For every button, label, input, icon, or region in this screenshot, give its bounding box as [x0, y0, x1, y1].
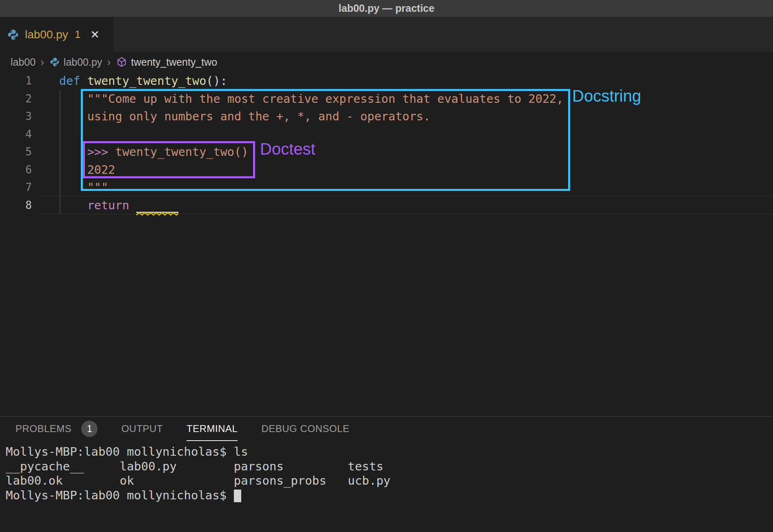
bottom-panel: PROBLEMS1OUTPUTTERMINALDEBUG CONSOLE Mol… — [0, 417, 773, 532]
vscode-window: lab00.py — practice lab00.py 1 ✕ lab00 › — [0, 0, 773, 532]
terminal-cursor — [234, 490, 241, 502]
docstring-annotation-label: Docstring — [572, 87, 641, 105]
problems-count-badge: 1 — [81, 421, 98, 437]
panel-tab-label: DEBUG CONSOLE — [261, 423, 349, 434]
panel-tab-bar: PROBLEMS1OUTPUTTERMINALDEBUG CONSOLE — [0, 417, 773, 441]
line-number: 1 — [0, 72, 32, 90]
close-icon[interactable]: ✕ — [90, 28, 100, 41]
line-number: 8 — [0, 197, 32, 215]
panel-tab-output[interactable]: OUTPUT — [121, 423, 163, 434]
window-title: lab00.py — practice — [339, 2, 435, 14]
breadcrumb-folder[interactable]: lab00 — [11, 56, 36, 68]
panel-tab-label: OUTPUT — [121, 423, 163, 434]
tab-filename: lab00.py — [25, 28, 68, 41]
breadcrumb-symbol[interactable]: twenty_twenty_two — [131, 56, 217, 68]
title-bar: lab00.py — practice — [0, 0, 773, 17]
tab-problems-count: 1 — [75, 28, 80, 41]
panel-tab-label: TERMINAL — [187, 423, 238, 434]
doctest-annotation-box — [83, 141, 255, 178]
code-text: def twenty_twenty_two(): — [59, 72, 227, 90]
missing-expression-squiggle — [136, 200, 178, 213]
chevron-right-icon: › — [107, 56, 111, 69]
line-number: 3 — [0, 108, 32, 126]
panel-tab-problems[interactable]: PROBLEMS1 — [16, 421, 98, 437]
panel-tab-debug-console[interactable]: DEBUG CONSOLE — [261, 423, 349, 434]
code-text: return — [59, 197, 178, 215]
line-number: 6 — [0, 161, 32, 179]
tab-lab00-py[interactable]: lab00.py 1 ✕ — [0, 17, 113, 52]
chevron-right-icon: › — [40, 56, 44, 69]
terminal-output[interactable]: Mollys-MBP:lab00 mollynicholas$ ls __pyc… — [0, 441, 773, 503]
panel-tab-label: PROBLEMS — [16, 423, 71, 434]
python-icon — [7, 29, 19, 40]
breadcrumb-file[interactable]: lab00.py — [64, 56, 102, 68]
tab-bar: lab00.py 1 ✕ — [0, 17, 773, 52]
line-number: 4 — [0, 126, 32, 144]
line-number: 5 — [0, 143, 32, 161]
editor-pane[interactable]: lab00 › lab00.py › twenty_twenty_two — [0, 52, 773, 416]
doctest-annotation-label: Doctest — [260, 140, 315, 158]
breadcrumb: lab00 › lab00.py › twenty_twenty_two — [0, 52, 773, 72]
panel-tab-terminal[interactable]: TERMINAL — [187, 423, 238, 434]
line-number: 7 — [0, 179, 32, 197]
line-number: 2 — [0, 90, 32, 108]
code-line-1[interactable]: 1def twenty_twenty_two(): — [0, 72, 773, 90]
symbol-method-icon — [116, 57, 127, 67]
python-icon — [50, 57, 60, 67]
code-line-8[interactable]: 8 return — [0, 197, 773, 215]
